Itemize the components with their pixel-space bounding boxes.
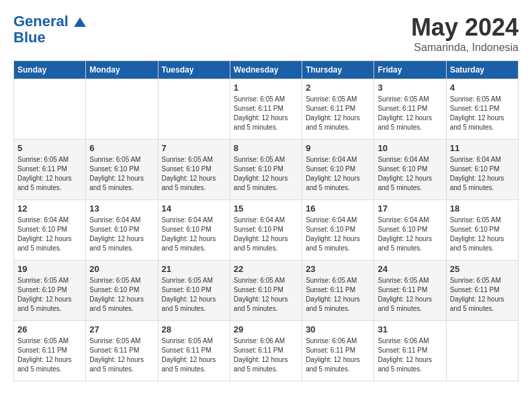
day-number: 26 [17, 324, 82, 334]
day-info: Sunrise: 6:04 AM Sunset: 6:10 PM Dayligh… [234, 216, 298, 253]
day-info: Sunrise: 6:06 AM Sunset: 6:11 PM Dayligh… [378, 336, 442, 374]
day-info: Sunrise: 6:05 AM Sunset: 6:11 PM Dayligh… [162, 336, 226, 374]
day-info: Sunrise: 6:06 AM Sunset: 6:11 PM Dayligh… [234, 336, 298, 374]
day-info: Sunrise: 6:05 AM Sunset: 6:11 PM Dayligh… [89, 336, 154, 374]
day-info: Sunrise: 6:04 AM Sunset: 6:10 PM Dayligh… [162, 216, 226, 253]
day-info: Sunrise: 6:04 AM Sunset: 6:10 PM Dayligh… [378, 216, 442, 253]
calendar-cell: 19Sunrise: 6:05 AM Sunset: 6:10 PM Dayli… [14, 261, 86, 321]
day-number: 11 [450, 143, 515, 153]
calendar-cell: 30Sunrise: 6:06 AM Sunset: 6:11 PM Dayli… [302, 321, 374, 381]
day-number: 28 [162, 324, 226, 334]
day-number: 8 [234, 143, 298, 153]
calendar-cell: 20Sunrise: 6:05 AM Sunset: 6:10 PM Dayli… [86, 261, 158, 321]
day-number: 4 [450, 83, 515, 93]
weekday-header-sunday: Sunday [14, 61, 86, 79]
day-info: Sunrise: 6:05 AM Sunset: 6:10 PM Dayligh… [234, 155, 298, 193]
weekday-header-friday: Friday [374, 61, 446, 79]
day-number: 21 [162, 264, 226, 274]
calendar-cell: 26Sunrise: 6:05 AM Sunset: 6:11 PM Dayli… [14, 321, 86, 381]
calendar-cell: 7Sunrise: 6:05 AM Sunset: 6:10 PM Daylig… [158, 140, 230, 200]
day-info: Sunrise: 6:05 AM Sunset: 6:11 PM Dayligh… [306, 276, 370, 314]
day-number: 15 [234, 203, 298, 214]
day-number: 16 [306, 203, 370, 214]
calendar-week-row: 19Sunrise: 6:05 AM Sunset: 6:10 PM Dayli… [14, 261, 519, 321]
calendar-cell: 6Sunrise: 6:05 AM Sunset: 6:10 PM Daylig… [86, 140, 158, 200]
calendar-cell: 27Sunrise: 6:05 AM Sunset: 6:11 PM Dayli… [86, 321, 158, 381]
weekday-header-row: SundayMondayTuesdayWednesdayThursdayFrid… [14, 61, 519, 79]
calendar-cell [14, 79, 86, 140]
calendar-cell: 2Sunrise: 6:05 AM Sunset: 6:11 PM Daylig… [302, 79, 374, 140]
day-info: Sunrise: 6:05 AM Sunset: 6:10 PM Dayligh… [162, 155, 226, 193]
day-number: 24 [378, 264, 442, 274]
day-number: 10 [378, 143, 442, 153]
day-info: Sunrise: 6:05 AM Sunset: 6:11 PM Dayligh… [378, 276, 442, 314]
weekday-header-tuesday: Tuesday [158, 61, 230, 79]
day-number: 3 [378, 83, 442, 93]
day-number: 13 [89, 203, 154, 214]
day-info: Sunrise: 6:05 AM Sunset: 6:11 PM Dayligh… [306, 95, 370, 132]
calendar-cell: 3Sunrise: 6:05 AM Sunset: 6:11 PM Daylig… [374, 79, 446, 140]
day-number: 17 [378, 203, 442, 214]
day-number: 9 [306, 143, 370, 153]
day-number: 31 [378, 324, 442, 334]
calendar-cell: 17Sunrise: 6:04 AM Sunset: 6:10 PM Dayli… [374, 200, 446, 261]
calendar-cell: 9Sunrise: 6:04 AM Sunset: 6:10 PM Daylig… [302, 140, 374, 200]
calendar-week-row: 26Sunrise: 6:05 AM Sunset: 6:11 PM Dayli… [14, 321, 519, 381]
page-header: General Blue May 2024 Samarinda, Indones… [13, 13, 519, 54]
day-number: 29 [234, 324, 298, 334]
day-info: Sunrise: 6:04 AM Sunset: 6:10 PM Dayligh… [450, 155, 515, 193]
day-number: 14 [162, 203, 226, 214]
day-info: Sunrise: 6:04 AM Sunset: 6:10 PM Dayligh… [89, 216, 154, 253]
day-number: 5 [17, 143, 82, 153]
calendar-cell: 11Sunrise: 6:04 AM Sunset: 6:10 PM Dayli… [446, 140, 518, 200]
calendar-cell [86, 79, 158, 140]
calendar-cell: 12Sunrise: 6:04 AM Sunset: 6:10 PM Dayli… [14, 200, 86, 261]
calendar-cell: 31Sunrise: 6:06 AM Sunset: 6:11 PM Dayli… [374, 321, 446, 381]
logo-general: General [13, 13, 69, 30]
weekday-header-thursday: Thursday [302, 61, 374, 79]
day-number: 1 [234, 83, 298, 93]
weekday-header-saturday: Saturday [446, 61, 518, 79]
day-info: Sunrise: 6:06 AM Sunset: 6:11 PM Dayligh… [306, 336, 370, 374]
day-info: Sunrise: 6:05 AM Sunset: 6:11 PM Dayligh… [450, 276, 515, 314]
calendar-cell: 22Sunrise: 6:05 AM Sunset: 6:10 PM Dayli… [230, 261, 302, 321]
day-number: 22 [234, 264, 298, 274]
calendar-week-row: 5Sunrise: 6:05 AM Sunset: 6:11 PM Daylig… [14, 140, 519, 200]
location-subtitle: Samarinda, Indonesia [411, 42, 519, 54]
day-info: Sunrise: 6:05 AM Sunset: 6:10 PM Dayligh… [17, 276, 82, 314]
calendar-cell: 23Sunrise: 6:05 AM Sunset: 6:11 PM Dayli… [302, 261, 374, 321]
calendar-cell: 8Sunrise: 6:05 AM Sunset: 6:10 PM Daylig… [230, 140, 302, 200]
day-number: 27 [89, 324, 154, 334]
calendar-cell: 29Sunrise: 6:06 AM Sunset: 6:11 PM Dayli… [230, 321, 302, 381]
calendar-cell [158, 79, 230, 140]
day-info: Sunrise: 6:05 AM Sunset: 6:10 PM Dayligh… [234, 276, 298, 314]
day-info: Sunrise: 6:05 AM Sunset: 6:11 PM Dayligh… [378, 95, 442, 132]
logo-blue: Blue [13, 30, 86, 46]
month-title: May 2024 [411, 13, 519, 42]
day-number: 25 [450, 264, 515, 274]
day-number: 12 [17, 203, 82, 214]
logo: General Blue [13, 13, 86, 46]
calendar-cell: 16Sunrise: 6:04 AM Sunset: 6:10 PM Dayli… [302, 200, 374, 261]
day-info: Sunrise: 6:04 AM Sunset: 6:10 PM Dayligh… [378, 155, 442, 193]
day-info: Sunrise: 6:05 AM Sunset: 6:11 PM Dayligh… [17, 155, 82, 193]
day-info: Sunrise: 6:05 AM Sunset: 6:10 PM Dayligh… [450, 216, 515, 253]
calendar-cell [446, 321, 518, 381]
day-info: Sunrise: 6:05 AM Sunset: 6:10 PM Dayligh… [162, 276, 226, 314]
calendar-cell: 15Sunrise: 6:04 AM Sunset: 6:10 PM Dayli… [230, 200, 302, 261]
day-number: 7 [162, 143, 226, 153]
day-number: 30 [306, 324, 370, 334]
day-number: 2 [306, 83, 370, 93]
day-info: Sunrise: 6:04 AM Sunset: 6:10 PM Dayligh… [17, 216, 82, 253]
title-block: May 2024 Samarinda, Indonesia [411, 13, 519, 54]
day-number: 19 [17, 264, 82, 274]
day-number: 20 [89, 264, 154, 274]
weekday-header-wednesday: Wednesday [230, 61, 302, 79]
day-info: Sunrise: 6:04 AM Sunset: 6:10 PM Dayligh… [306, 155, 370, 193]
calendar-cell: 21Sunrise: 6:05 AM Sunset: 6:10 PM Dayli… [158, 261, 230, 321]
calendar-cell: 13Sunrise: 6:04 AM Sunset: 6:10 PM Dayli… [86, 200, 158, 261]
calendar-table: SundayMondayTuesdayWednesdayThursdayFrid… [13, 60, 519, 381]
day-info: Sunrise: 6:05 AM Sunset: 6:10 PM Dayligh… [89, 276, 154, 314]
logo-icon [74, 17, 86, 27]
day-info: Sunrise: 6:04 AM Sunset: 6:10 PM Dayligh… [306, 216, 370, 253]
